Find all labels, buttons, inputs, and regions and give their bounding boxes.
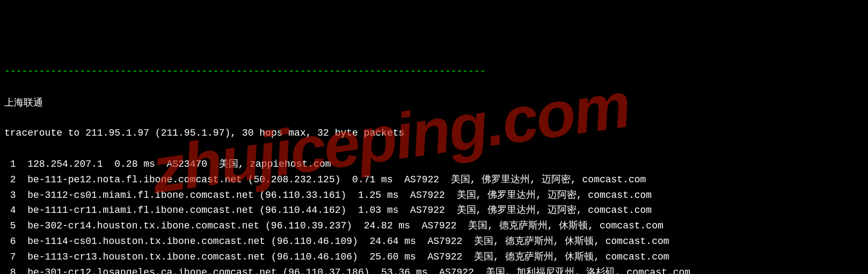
hop-details: be-302-cr14.houston.tx.ibone.comcast.net…	[16, 220, 663, 231]
hop-details: be-1114-cs01.houston.tx.ibone.comcast.ne…	[16, 236, 669, 247]
hop-details: be-1113-cr13.houston.tx.ibone.comcast.ne…	[16, 251, 669, 262]
hop-number: 3	[4, 188, 16, 203]
hop-number: 8	[4, 265, 16, 274]
hop-details: be-111-pe12.nota.fl.ibone.comcast.net (5…	[16, 174, 646, 185]
hop-number: 1	[4, 157, 16, 172]
hop-number: 7	[4, 249, 16, 265]
hop-number: 6	[4, 234, 16, 249]
hop-row: 4 be-1111-cr11.miami.fl.ibone.comcast.ne…	[4, 203, 864, 218]
hop-number: 2	[4, 172, 16, 188]
hop-row: 8 be-301-cr12.losangeles.ca.ibone.comcas…	[4, 265, 864, 274]
separator-line: ----------------------------------------…	[4, 64, 864, 79]
hop-number: 4	[4, 203, 16, 218]
traceroute-command: traceroute to 211.95.1.97 (211.95.1.97),…	[4, 125, 864, 141]
hop-row: 5 be-302-cr14.houston.tx.ibone.comcast.n…	[4, 218, 864, 234]
hop-details: 128.254.207.1 0.28 ms AS23470 美国, zappie…	[16, 159, 331, 169]
traceroute-title: 上海联通	[4, 95, 864, 110]
hop-number: 5	[4, 218, 16, 234]
hop-details: be-1111-cr11.miami.fl.ibone.comcast.net …	[16, 205, 652, 216]
hop-details: be-3112-cs01.miami.fl.ibone.comcast.net …	[16, 190, 652, 201]
hop-row: 7 be-1113-cr13.houston.tx.ibone.comcast.…	[4, 249, 864, 265]
hop-row: 3 be-3112-cs01.miami.fl.ibone.comcast.ne…	[4, 188, 864, 203]
hops-list: 1 128.254.207.1 0.28 ms AS23470 美国, zapp…	[4, 157, 864, 274]
hop-row: 1 128.254.207.1 0.28 ms AS23470 美国, zapp…	[4, 157, 864, 172]
hop-row: 6 be-1114-cs01.houston.tx.ibone.comcast.…	[4, 234, 864, 249]
hop-row: 2 be-111-pe12.nota.fl.ibone.comcast.net …	[4, 172, 864, 188]
hop-details: be-301-cr12.losangeles.ca.ibone.comcast.…	[16, 267, 691, 274]
